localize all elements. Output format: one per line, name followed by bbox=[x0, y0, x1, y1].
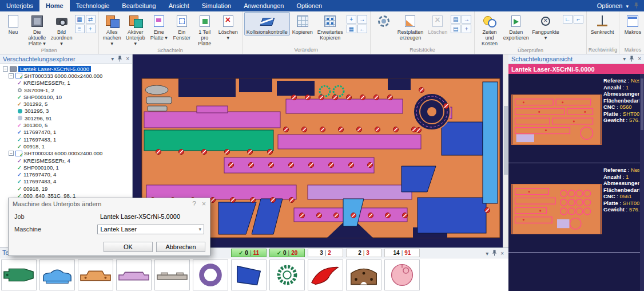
tree-part-item[interactable]: ✓00918, 19 bbox=[0, 185, 132, 192]
ribbon-löschen-button[interactable]: Löschen ▾ bbox=[216, 12, 240, 41]
menu-tab-anwendungen[interactable]: Anwendungen bbox=[237, 0, 290, 11]
part-thumbnail-blue-quad[interactable] bbox=[231, 259, 267, 290]
canvas-vertical-scrollbar[interactable] bbox=[503, 54, 508, 247]
ribbon-makros-button[interactable]: Makros bbox=[621, 12, 644, 36]
swap-arrows-icon[interactable]: ⇄ bbox=[86, 15, 96, 23]
pin-icon[interactable] bbox=[492, 250, 497, 257]
dialog-title-bar[interactable]: Maschine des Unterjobs ändern ? × bbox=[9, 198, 210, 210]
tree-part-item[interactable]: ✓SHP000100, 1 bbox=[0, 164, 132, 171]
grid-icon[interactable]: ▦ bbox=[347, 25, 356, 33]
tree-part-item[interactable]: ✓117697470, 4 bbox=[0, 171, 132, 178]
tree-root-item[interactable]: −Lantek Laser-X5CrNi-5.0000 bbox=[0, 65, 132, 72]
ribbon-senkrecht-button[interactable]: Senkrecht bbox=[589, 12, 617, 36]
pin-ribbon-icon[interactable] bbox=[634, 2, 639, 10]
ribbon-fangpunkte-button[interactable]: Fangpunkte ▾ bbox=[530, 12, 562, 41]
menu-tab-simulation[interactable]: Simulation bbox=[196, 0, 237, 11]
cancel-button[interactable]: Abbrechen bbox=[156, 242, 205, 252]
ok-button[interactable]: OK bbox=[104, 242, 153, 252]
ribbon-ein-fenster-button[interactable]: Ein Fenster bbox=[170, 12, 193, 41]
pin-icon[interactable] bbox=[629, 56, 634, 63]
chevron-down-icon[interactable]: ▾ bbox=[111, 56, 114, 62]
menu-tab-technologie[interactable]: Technologie bbox=[70, 0, 116, 11]
ribbon-bild-zuordnen-button[interactable]: Bild zuordnen ▾ bbox=[50, 12, 74, 47]
close-icon[interactable]: × bbox=[500, 251, 504, 257]
ribbon-löschen-button[interactable]: Löschen bbox=[426, 12, 450, 36]
sheet-icon[interactable]: ▤ bbox=[451, 25, 460, 33]
ribbon-restplatten-erzeugen-button[interactable]: Restplatten erzeugen bbox=[395, 12, 426, 41]
machine-select[interactable]: Lantek Laser ▾ bbox=[97, 225, 204, 234]
collapse-icon[interactable]: − bbox=[9, 151, 14, 156]
tree-sheet-item[interactable]: −SHT000333 6000.000x2400.000 bbox=[0, 150, 132, 157]
part-thumbnail-pink-circle[interactable] bbox=[384, 259, 420, 290]
tree-part-item[interactable]: ✓117697470, 1 bbox=[0, 129, 132, 136]
part-thumbnail-blue-part[interactable] bbox=[39, 259, 75, 290]
list-icon[interactable]: ≡ bbox=[75, 25, 85, 33]
nested-count: 3 bbox=[320, 250, 323, 256]
chevron-down-icon[interactable]: ▾ bbox=[623, 56, 626, 62]
info-line: Abmessungen : bbox=[603, 91, 639, 97]
ribbon-zeiten-und-kosten-button[interactable]: Zeiten und Kosten bbox=[476, 12, 502, 47]
part-thumbnail-brown-plate[interactable] bbox=[346, 259, 381, 290]
ribbon-kopieren-button[interactable]: Kopieren bbox=[290, 12, 315, 36]
menu-tab-ansicht[interactable]: Ansicht bbox=[162, 0, 196, 11]
menu-tab-bearbeitung[interactable]: Bearbeitung bbox=[116, 0, 162, 11]
part-thumbnail-gray-part[interactable] bbox=[154, 259, 190, 290]
chevron-down-icon[interactable]: ▾ bbox=[486, 251, 488, 257]
arrow-right-icon[interactable]: → bbox=[462, 15, 471, 23]
arrow-right-icon[interactable]: → bbox=[357, 15, 367, 23]
collapse-icon[interactable]: − bbox=[3, 66, 8, 72]
tree-part-item[interactable]: 301295, 3 bbox=[0, 108, 132, 115]
nesting-result-card[interactable]: Referenz : NestinAnzahl : 1Abmessungen :… bbox=[508, 74, 644, 163]
part-thumbnail-violet-part[interactable] bbox=[116, 259, 152, 290]
collapse-icon[interactable]: − bbox=[9, 73, 14, 78]
nesting-preview-thumbnail[interactable] bbox=[511, 95, 602, 145]
tree-part-item[interactable]: ✓SHP000100, 10 bbox=[0, 93, 132, 100]
ribbon-die-aktuelle-platte-button[interactable]: Die aktuelle Platte ▾ bbox=[25, 12, 50, 47]
ruler-icon[interactable]: ⌐ bbox=[574, 15, 583, 23]
sheet-icon[interactable]: ▤ bbox=[451, 15, 460, 23]
ribbon-daten-exportieren-button[interactable]: Daten exportieren bbox=[503, 12, 530, 41]
ribbon-aktiver-unterjob-button[interactable]: Aktiver Unterjob ▾ bbox=[124, 12, 148, 47]
tree-part-item[interactable]: ✓301300, 5 bbox=[0, 121, 132, 128]
tree-sheet-item[interactable]: −SHT000333 6000.000x2400.000 bbox=[0, 72, 132, 79]
part-thumbnail-purple-ring[interactable] bbox=[193, 259, 228, 290]
tree-part-item[interactable]: ✓KREISMESSERr, 4 bbox=[0, 157, 132, 164]
menu-tab-home[interactable]: Home bbox=[39, 0, 70, 11]
part-thumbnail-green-gear[interactable] bbox=[269, 259, 305, 290]
ribbon-eine-platte-button[interactable]: Eine Platte ▾ bbox=[148, 12, 170, 41]
angle-icon[interactable]: ∟ bbox=[563, 15, 573, 23]
tree-part-item[interactable]: ✓301292, 5 bbox=[0, 100, 132, 107]
part-thumbnail-red-blade[interactable] bbox=[308, 259, 343, 290]
part-thumbnail-orange-part[interactable] bbox=[78, 259, 113, 290]
nesting-preview-thumbnail[interactable] bbox=[511, 184, 602, 234]
menu-tab-unterjobs[interactable]: Unterjobs bbox=[0, 0, 39, 11]
tree-part-item[interactable]: ✓00918, 1 bbox=[0, 143, 132, 150]
tree-part-item[interactable]: ✓KREISMESSERr, 1 bbox=[0, 80, 132, 86]
plus-icon[interactable]: + bbox=[462, 25, 471, 33]
ribbon-1-teil-pro-platte-button[interactable]: 1 Teil pro Platte bbox=[193, 12, 216, 47]
ribbon-neu-button[interactable]: Neu bbox=[2, 12, 25, 36]
tree-part-label: SS7009-1, 2 bbox=[24, 87, 54, 93]
plus-icon[interactable]: + bbox=[347, 15, 356, 23]
tree-part-item[interactable]: 301296, 91 bbox=[0, 115, 132, 121]
menu-tab-optionen[interactable]: Optionen bbox=[290, 0, 328, 11]
nesting-view-scrollbar[interactable] bbox=[640, 74, 644, 291]
close-icon[interactable]: × bbox=[202, 200, 206, 208]
options-menu[interactable]: Optionen ▾ bbox=[597, 2, 629, 9]
tree-part-item[interactable]: ✓117697483, 1 bbox=[0, 136, 132, 143]
ribbon-gear-button[interactable] bbox=[372, 12, 395, 30]
plus-icon[interactable]: + bbox=[86, 25, 96, 33]
help-icon[interactable]: ? bbox=[192, 200, 196, 208]
ribbon-erweitertes-kopieren-button[interactable]: Erweitertes Kopieren bbox=[315, 12, 345, 41]
ribbon-kollisionskontrolle-button[interactable]: Kollisionskontrolle bbox=[244, 12, 290, 36]
grid-icon[interactable]: ▦ bbox=[75, 15, 85, 23]
part-thumbnail-green-part[interactable] bbox=[1, 259, 37, 290]
arrow-left-icon[interactable]: ← bbox=[357, 25, 367, 33]
tree-part-item[interactable]: ✓117697483, 4 bbox=[0, 178, 132, 185]
close-icon[interactable]: × bbox=[638, 56, 641, 62]
close-icon[interactable]: × bbox=[126, 56, 129, 62]
ribbon-alles-machen-button[interactable]: Alles machen ▾ bbox=[101, 12, 124, 47]
pin-icon[interactable] bbox=[117, 56, 122, 63]
nesting-result-card[interactable]: Referenz : NestinAnzahl : 1Abmessungen :… bbox=[508, 163, 644, 253]
tree-part-item[interactable]: SS7009-1, 2 bbox=[0, 86, 132, 93]
